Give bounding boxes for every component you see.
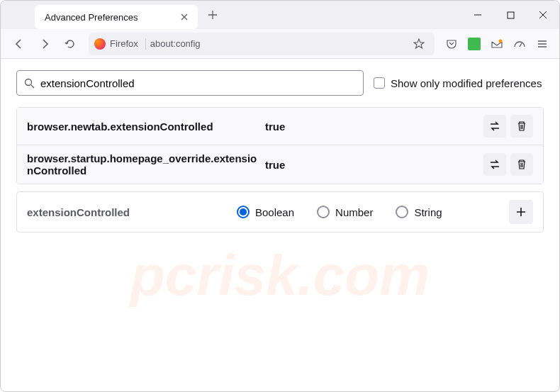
browser-tab[interactable]: Advanced Preferences [35,5,198,29]
preference-value: true [261,159,483,171]
pocket-button[interactable] [442,34,461,54]
maximize-button[interactable] [494,1,527,29]
search-input[interactable] [40,77,356,89]
show-modified-checkbox[interactable]: Show only modified preferences [374,77,542,89]
window-controls [461,1,559,29]
back-button[interactable] [8,33,30,55]
radio-icon [396,206,408,218]
url-text: about:config [150,38,405,49]
type-options: Boolean Number String [233,206,509,218]
new-tab-button[interactable] [202,4,223,26]
search-box[interactable] [16,70,364,96]
reload-button[interactable] [59,33,82,55]
preference-name: browser.newtab.extensionControlled [27,121,261,133]
preference-row: browser.startup.homepage_override.extens… [17,145,543,184]
tab-close-button[interactable] [178,11,191,23]
radio-icon [237,206,250,218]
search-icon [24,78,35,89]
watermark-text: pcrisk.com [130,243,430,308]
checkbox-icon [374,77,385,89]
preference-actions [483,115,533,138]
type-radio-string[interactable]: String [396,206,442,218]
identity-label: Firefox [110,38,138,49]
activity-button[interactable] [510,34,530,54]
new-preference-block: extensionControlled Boolean Number Strin… [16,191,544,233]
toggle-button[interactable] [483,115,506,138]
type-label: String [414,206,442,218]
type-label: Boolean [255,206,294,218]
preference-actions [483,153,533,176]
preferences-list: browser.newtab.extensionControlled true … [16,107,544,184]
close-window-button[interactable] [527,1,559,29]
browser-toolbar: Firefox about:config [1,29,559,59]
new-preference-row: extensionControlled Boolean Number Strin… [17,192,543,232]
minimize-button[interactable] [461,1,494,29]
svg-rect-0 [508,12,514,18]
tab-title: Advanced Preferences [45,12,172,23]
type-radio-boolean[interactable]: Boolean [237,206,294,218]
url-bar[interactable]: Firefox about:config [89,33,435,55]
firefox-logo-icon [94,38,106,50]
type-label: Number [335,206,373,218]
new-preference-name: extensionControlled [27,206,233,218]
identity-box[interactable]: Firefox [94,38,146,50]
extension-green-icon [468,38,481,50]
page-content: pcrisk.com Show only modified preference… [1,59,559,244]
add-preference-button[interactable] [509,200,533,224]
extension-icon[interactable] [464,34,484,54]
delete-button[interactable] [510,115,533,138]
toggle-button[interactable] [483,153,506,176]
forward-button[interactable] [33,33,56,55]
svg-point-2 [26,79,32,85]
preference-row: browser.newtab.extensionControlled true [17,108,543,145]
svg-point-1 [499,39,503,43]
show-modified-label: Show only modified preferences [391,77,542,89]
delete-button[interactable] [510,153,533,176]
preference-value: true [261,121,483,133]
preference-name: browser.startup.homepage_override.extens… [27,152,261,177]
account-button[interactable] [487,34,507,54]
search-row: Show only modified preferences [16,70,544,96]
titlebar: Advanced Preferences [1,1,559,29]
radio-icon [317,206,330,218]
bookmark-star-button[interactable] [409,34,429,54]
menu-button[interactable] [532,34,552,54]
type-radio-number[interactable]: Number [317,206,373,218]
